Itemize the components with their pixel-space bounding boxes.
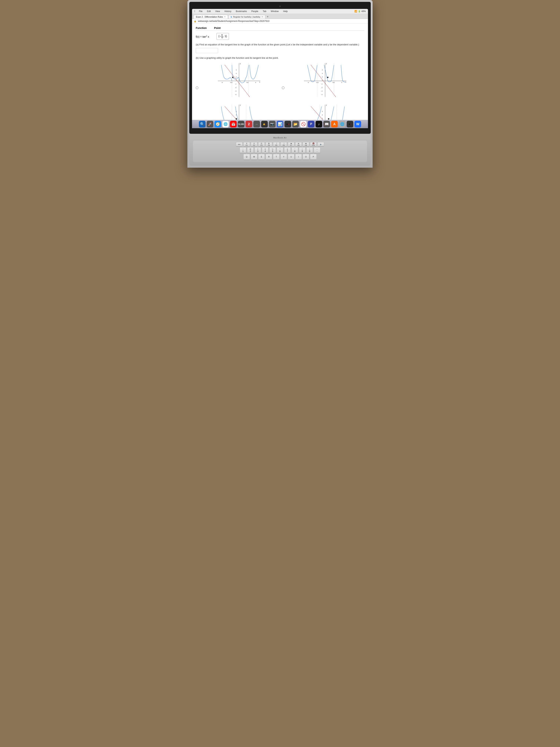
svg-text:y: y	[326, 63, 327, 65]
dock-money[interactable]: 52,385	[238, 121, 244, 127]
dock-p[interactable]: P	[308, 121, 315, 127]
menu-bookmarks[interactable]: Bookmarks	[235, 10, 247, 13]
dock-safari[interactable]: 🧭	[214, 121, 221, 127]
dock-a[interactable]: A	[331, 121, 338, 127]
key-f8[interactable]: ⏯ F8	[295, 142, 302, 147]
f11-icon: 🔈	[320, 144, 322, 145]
dock-cam[interactable]: 📷	[269, 121, 275, 127]
key-u[interactable]: U	[288, 154, 294, 160]
key-f11[interactable]: 🔈	[317, 142, 324, 147]
key-star-8[interactable]: *8	[292, 147, 298, 153]
key-f2[interactable]: ☀ F2	[251, 142, 258, 147]
apple-menu[interactable]: 	[194, 10, 195, 13]
dock-2[interactable]: 2	[245, 121, 252, 127]
dock-badge2[interactable]: 🖥33	[285, 121, 291, 127]
key-f3[interactable]: ⊡ F3	[258, 142, 265, 147]
key-e[interactable]: E	[258, 154, 265, 160]
key-y[interactable]: Y	[281, 154, 287, 160]
key-caret-6[interactable]: ^6	[277, 147, 283, 153]
dock-chrome[interactable]: 🌐	[222, 121, 229, 127]
key-t[interactable]: T	[273, 154, 279, 160]
svg-text:π/2: π/2	[246, 82, 249, 83]
f2-icon: ☀	[254, 143, 255, 144]
dock-music[interactable]: ♪	[316, 121, 322, 127]
f9-icon: ⏭	[305, 143, 307, 144]
dock-cal[interactable]: 📅	[230, 121, 237, 127]
dock-badge[interactable]: 🔔2	[261, 121, 268, 127]
key-exclaim-1[interactable]: !1	[240, 147, 246, 153]
col-point: Point	[214, 26, 220, 29]
menu-people[interactable]: People	[250, 10, 259, 13]
key-o[interactable]: O	[302, 154, 309, 160]
key-f10[interactable]: 🔇 F10	[310, 142, 317, 147]
svg-text:3: 3	[236, 73, 237, 74]
f8-icon: ⏯	[298, 143, 299, 144]
address-url[interactable]: webassign.net/web/Student/Assignment-Res…	[198, 20, 366, 22]
number-key-row: !1 @2 #3 $4 %5 ^6 &7 *8 (9 )0 —-	[194, 147, 366, 153]
graph-radio-2[interactable]	[282, 86, 285, 89]
dock-launchpad[interactable]: 🚀	[207, 121, 213, 127]
menu-edit[interactable]: Edit	[206, 10, 212, 13]
svg-text:x: x	[259, 81, 260, 83]
tab-bartleby[interactable]: b Register for bartleby | bartleby ✕	[228, 15, 265, 19]
menu-view[interactable]: View	[214, 10, 221, 13]
svg-text:-π: -π	[308, 82, 309, 83]
dock-w[interactable]: W	[354, 121, 361, 127]
battery-percent: 48%	[361, 10, 366, 12]
wifi-icon: 📶	[354, 10, 357, 12]
tab-bartleby-close[interactable]: ✕	[262, 16, 263, 18]
key-esc[interactable]: esc	[236, 142, 243, 147]
function-row: f(x) = tan2 x (−π4, 1)	[196, 33, 364, 40]
answer-input-a[interactable]	[196, 48, 218, 53]
key-w[interactable]: W	[251, 154, 258, 160]
key-f7[interactable]: ⏮ F7	[288, 142, 294, 147]
key-f5[interactable]: ☽ F5	[273, 142, 279, 147]
dock-book[interactable]: 📖	[323, 121, 330, 127]
svg-text:3: 3	[236, 114, 237, 116]
svg-text:y: y	[240, 104, 241, 106]
key-amp-7[interactable]: &7	[284, 147, 291, 153]
svg-text:2: 2	[236, 76, 237, 78]
key-r[interactable]: R	[266, 154, 272, 160]
f5-icon: ☽	[275, 143, 277, 144]
menu-history[interactable]: History	[224, 10, 232, 13]
fn-key-row: esc ☀ F1 ☀ F2 ⊡ F3 ⊞ F4 ☽	[194, 142, 366, 147]
key-q[interactable]: Q	[243, 154, 250, 160]
menu-window[interactable]: Window	[270, 10, 279, 13]
menu-file[interactable]: File	[198, 10, 203, 13]
key-f9[interactable]: ⏭ F9	[302, 142, 309, 147]
key-f1[interactable]: ☀ F1	[243, 142, 250, 147]
dock: 🔍 🚀 🧭 🌐 📅 52,385 2 ··· 🔔2 📷 📊 🖥33 📂 🚫 P …	[192, 120, 368, 128]
graph-svg-3: x y 4 3 2 1 -1 -2 -3 -4 -π	[200, 103, 278, 120]
new-tab-button[interactable]: +	[266, 15, 270, 19]
key-hash-3[interactable]: #3	[255, 147, 261, 153]
key-lparen-9[interactable]: (9	[299, 147, 305, 153]
key-f4[interactable]: ⊞ F4	[266, 142, 272, 147]
graph-cell-4: x y 4 3 2 1 -1 -2 -3 -4 -π	[282, 103, 364, 120]
graph-cell-3: x y 4 3 2 1 -1 -2 -3 -4 -π	[196, 103, 278, 120]
dock-globe2[interactable]: 🌐	[339, 121, 346, 127]
key-minus[interactable]: —-	[314, 147, 320, 153]
key-at-2[interactable]: @2	[247, 147, 254, 153]
dock-folder[interactable]: 📂	[292, 121, 299, 127]
dock-chart[interactable]: 📊	[277, 121, 283, 127]
dock-no[interactable]: 🚫	[300, 121, 307, 127]
dock-finder[interactable]: 🔍	[199, 121, 206, 127]
menu-help[interactable]: Help	[283, 10, 289, 13]
tab-exam-close[interactable]: ✕	[224, 16, 225, 18]
battery-icon: 🔋	[358, 10, 361, 12]
key-i[interactable]: I	[295, 154, 302, 160]
key-f6[interactable]: ☽ F6	[281, 142, 287, 147]
key-p[interactable]: P	[310, 154, 317, 160]
menu-bar-left:  File Edit View History Bookmarks Peopl…	[194, 10, 288, 13]
tab-exam[interactable]: Exam 2 - Differentiation Rules ✕	[193, 15, 228, 19]
key-dollar-4[interactable]: $4	[262, 147, 268, 153]
menu-tab[interactable]: Tab	[262, 10, 267, 13]
key-rparen-0[interactable]: )0	[306, 147, 313, 153]
question-b-text: (b) Use a graphing utility to graph the …	[196, 56, 364, 60]
key-percent-5[interactable]: %5	[269, 147, 276, 153]
dock-badge3[interactable]: ⚙1	[347, 121, 353, 127]
graph-svg-4: x y 4 3 2 1 -1 -2 -3 -4 -π	[286, 103, 364, 120]
dock-dots[interactable]: ···	[254, 121, 260, 127]
graph-radio-1[interactable]	[196, 86, 198, 89]
